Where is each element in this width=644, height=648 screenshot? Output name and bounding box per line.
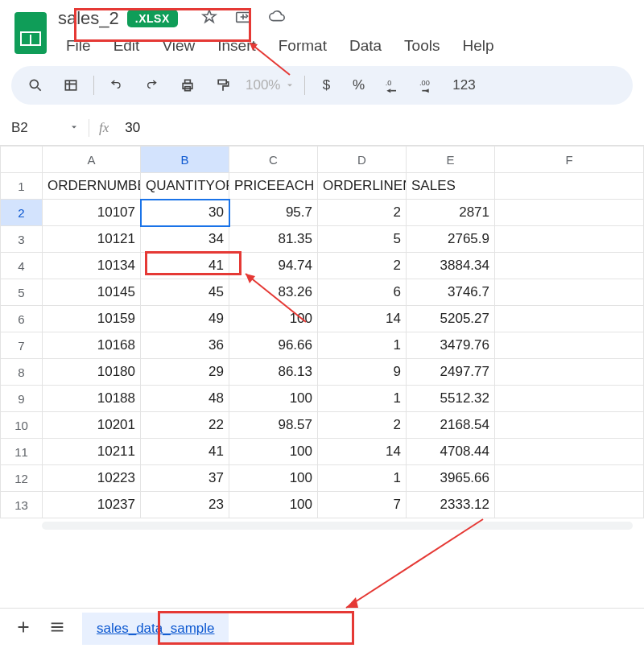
cell[interactable]: 2 — [318, 412, 407, 439]
cell[interactable] — [495, 412, 644, 439]
cell[interactable]: 22 — [141, 412, 229, 439]
row-header[interactable]: 11 — [1, 439, 43, 465]
col-header-b[interactable]: B — [141, 147, 229, 173]
select-all-corner[interactable] — [1, 147, 43, 173]
cell[interactable]: 10159 — [43, 306, 141, 332]
paint-format-icon[interactable] — [210, 72, 236, 98]
cell[interactable]: 96.66 — [229, 332, 318, 359]
print-icon[interactable] — [175, 72, 200, 98]
cell[interactable] — [495, 279, 644, 306]
row-header[interactable]: 2 — [1, 200, 43, 226]
star-icon[interactable] — [200, 8, 218, 29]
cell[interactable]: 14 — [318, 439, 407, 465]
name-box[interactable]: B2 — [11, 120, 60, 136]
row-header[interactable]: 6 — [1, 306, 43, 332]
cell[interactable] — [495, 465, 644, 492]
cell[interactable]: 2765.9 — [407, 226, 495, 253]
cell[interactable]: 34 — [141, 226, 229, 253]
cell[interactable]: 1 — [318, 386, 407, 412]
cell[interactable]: 6 — [318, 279, 407, 306]
cell[interactable]: 41 — [141, 439, 229, 465]
cell[interactable]: 3479.76 — [407, 332, 495, 359]
cell[interactable] — [495, 386, 644, 412]
zoom-dropdown[interactable]: 100% — [246, 77, 295, 93]
undo-icon[interactable] — [104, 72, 130, 98]
cell[interactable]: 10201 — [43, 412, 141, 439]
cell[interactable]: 36 — [141, 332, 229, 359]
cell[interactable]: 48 — [141, 386, 229, 412]
menu-help[interactable]: Help — [451, 32, 505, 60]
row-header[interactable]: 12 — [1, 465, 43, 492]
cell[interactable]: 23 — [141, 492, 229, 518]
horizontal-scrollbar[interactable] — [42, 522, 633, 530]
col-header-a[interactable]: A — [43, 147, 141, 173]
sheet-tab[interactable]: sales_data_sample — [82, 613, 229, 645]
cell[interactable]: 7 — [318, 492, 407, 518]
cell[interactable]: 10188 — [43, 386, 141, 412]
cell[interactable]: 5205.27 — [407, 306, 495, 332]
cell[interactable]: 41 — [141, 253, 229, 279]
row-header[interactable]: 8 — [1, 359, 43, 386]
cell[interactable]: QUANTITYORDERED — [141, 173, 229, 200]
row-header[interactable]: 9 — [1, 386, 43, 412]
cell[interactable]: 2497.77 — [407, 359, 495, 386]
row-header[interactable]: 3 — [1, 226, 43, 253]
col-header-c[interactable]: C — [229, 147, 318, 173]
cell[interactable]: 81.35 — [229, 226, 318, 253]
cell[interactable]: 3746.7 — [407, 279, 495, 306]
cell[interactable]: 95.7 — [229, 200, 318, 226]
cell[interactable]: 83.26 — [229, 279, 318, 306]
add-sheet-button[interactable] — [14, 618, 32, 639]
row-header[interactable]: 5 — [1, 279, 43, 306]
name-box-dropdown-icon[interactable] — [69, 121, 79, 135]
col-header-f[interactable]: F — [495, 147, 644, 173]
cell[interactable]: 98.57 — [229, 412, 318, 439]
cell[interactable]: 10211 — [43, 439, 141, 465]
menu-format[interactable]: Format — [267, 32, 338, 60]
cell[interactable] — [495, 359, 644, 386]
cell[interactable]: 45 — [141, 279, 229, 306]
cell[interactable]: 37 — [141, 465, 229, 492]
cell[interactable]: 14 — [318, 306, 407, 332]
menu-edit[interactable]: Edit — [102, 32, 151, 60]
cell[interactable]: 100 — [229, 306, 318, 332]
cell[interactable]: 9 — [318, 359, 407, 386]
percent-format-button[interactable]: % — [347, 77, 369, 93]
cell[interactable]: 2333.12 — [407, 492, 495, 518]
cell[interactable]: 49 — [141, 306, 229, 332]
cell[interactable]: 3884.34 — [407, 253, 495, 279]
cell[interactable]: 29 — [141, 359, 229, 386]
cell[interactable]: 5512.32 — [407, 386, 495, 412]
formula-input[interactable]: 30 — [125, 120, 140, 136]
cell[interactable] — [495, 439, 644, 465]
cell[interactable]: SALES — [407, 173, 495, 200]
table-view-icon[interactable] — [58, 72, 84, 98]
redo-icon[interactable] — [139, 72, 165, 98]
cell[interactable]: 100 — [229, 439, 318, 465]
cell[interactable]: PRICEEACH — [229, 173, 318, 200]
increase-decimal-button[interactable]: .00 — [415, 72, 440, 98]
cell[interactable]: 10145 — [43, 279, 141, 306]
cell[interactable]: 100 — [229, 386, 318, 412]
row-header[interactable]: 10 — [1, 412, 43, 439]
cell[interactable]: 1 — [318, 465, 407, 492]
row-header[interactable]: 4 — [1, 253, 43, 279]
menu-data[interactable]: Data — [338, 32, 393, 60]
cell[interactable]: 2871 — [407, 200, 495, 226]
menu-file[interactable]: File — [55, 32, 102, 60]
cell[interactable]: 100 — [229, 492, 318, 518]
cell[interactable]: 5 — [318, 226, 407, 253]
decrease-decimal-button[interactable]: .0 — [379, 72, 405, 98]
document-name[interactable]: sales_2 — [55, 6, 122, 31]
menu-view[interactable]: View — [151, 32, 206, 60]
cloud-status-icon[interactable] — [268, 8, 286, 29]
cell[interactable] — [495, 332, 644, 359]
cell[interactable]: 10180 — [43, 359, 141, 386]
cell[interactable]: ORDERLINENUMBER — [318, 173, 407, 200]
cell[interactable]: 10121 — [43, 226, 141, 253]
cell[interactable] — [495, 306, 644, 332]
row-header[interactable]: 13 — [1, 492, 43, 518]
spreadsheet-grid[interactable]: A B C D E F 1 ORDERNUMBER QUANTITYORDERE… — [0, 146, 644, 518]
row-header[interactable]: 7 — [1, 332, 43, 359]
cell[interactable] — [495, 200, 644, 226]
